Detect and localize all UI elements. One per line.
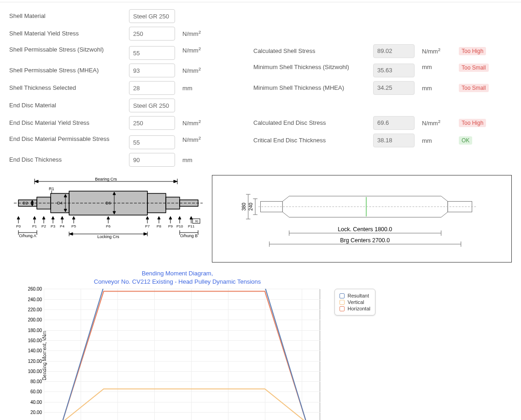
out-calc-shell: 89.02 <box>373 44 415 58</box>
svg-marker-82 <box>69 233 73 235</box>
input-shell-thick[interactable] <box>129 81 175 95</box>
label-shell-yield: Shell Material Yield Stress <box>9 30 129 38</box>
label-min-mhea: Minimum Shell Thickness (MHEA) <box>253 84 373 92</box>
label-end-perm: End Disc Material Permissable Stress <box>9 135 129 143</box>
svg-marker-39 <box>33 216 36 219</box>
svg-text:D4: D4 <box>57 201 63 205</box>
label-calc-end: Calculated End Disc Stress <box>253 119 373 127</box>
label-crit-end: Critical End Disc Thickness <box>253 137 373 145</box>
unit-end-thick: mm <box>182 157 210 163</box>
svg-text:P4: P4 <box>60 224 64 228</box>
unit-end-perm: N/mm2 <box>182 135 210 143</box>
svg-marker-63 <box>169 216 172 219</box>
unit-calc-shell: N/mm2 <box>422 47 450 55</box>
input-end-material[interactable] <box>129 99 175 112</box>
svg-marker-60 <box>158 216 160 219</box>
svg-text:P5: P5 <box>71 224 76 228</box>
svg-text:P3: P3 <box>51 224 55 228</box>
out-crit-end: 38.18 <box>373 134 415 147</box>
label-shell-thick: Shell Thickness Selected <box>9 84 129 92</box>
status-crit-end: OK <box>459 136 472 145</box>
unit-crit-end: mm <box>422 137 450 144</box>
unit-min-sitz: mm <box>422 64 450 70</box>
svg-text:P0: P0 <box>16 224 21 228</box>
label-shell-perm-sitz: Shell Permissable Stress (Sitzwohl) <box>9 46 129 54</box>
label-shell-material: Shell Material <box>9 12 129 20</box>
chart-legend: Resultant Vertical Horizontal <box>334 289 375 315</box>
unit-shell-perm-mhea: N/mm2 <box>182 66 210 74</box>
bending-moment-chart: Bending Moment, kNm 0.0020.0040.0060.008… <box>44 289 320 420</box>
input-shell-yield[interactable] <box>129 27 175 41</box>
unit-end-yield: N/mm2 <box>182 119 210 127</box>
input-shell-perm-mhea[interactable] <box>129 64 175 77</box>
svg-text:P9: P9 <box>168 224 173 228</box>
svg-text:P7: P7 <box>145 224 150 228</box>
svg-text:Brg Centers 2700.0: Brg Centers 2700.0 <box>340 237 390 244</box>
svg-marker-69 <box>190 216 193 219</box>
status-calc-shell: Too High <box>459 47 486 55</box>
label-end-yield: End Disc Material Yield Stress <box>9 119 129 127</box>
status-calc-end: Too High <box>459 119 486 127</box>
chart-title: Bending Moment Diagram,Conveyor No. CV21… <box>16 269 339 286</box>
unit-shell-yield: N/mm2 <box>182 29 210 37</box>
svg-text:R1: R1 <box>49 187 54 191</box>
svg-text:P2: P2 <box>41 224 46 228</box>
svg-text:O/hung A: O/hung A <box>19 233 36 238</box>
svg-text:P10: P10 <box>176 224 183 228</box>
svg-marker-45 <box>52 216 54 219</box>
unit-shell-thick: mm <box>182 85 210 92</box>
label-shell-perm-mhea: Shell Permissable Stress (MHEA) <box>9 67 129 75</box>
svg-text:P1: P1 <box>32 224 37 228</box>
svg-marker-54 <box>107 216 110 219</box>
input-end-perm[interactable] <box>129 135 175 149</box>
svg-marker-57 <box>146 216 149 219</box>
svg-marker-36 <box>17 216 20 219</box>
svg-marker-3 <box>35 180 38 183</box>
svg-marker-83 <box>144 233 147 235</box>
svg-text:O/hung B: O/hung B <box>180 233 198 238</box>
svg-text:P11: P11 <box>188 224 195 228</box>
svg-text:P8: P8 <box>157 224 161 228</box>
shaft-schematic-right: 380 240 Lock. Centers 1800.0 Brg Centers… <box>212 175 512 262</box>
svg-text:380: 380 <box>241 203 246 211</box>
svg-text:D2: D2 <box>23 201 28 205</box>
input-shell-material[interactable] <box>129 9 175 23</box>
out-calc-end: 69.6 <box>373 116 415 130</box>
svg-marker-4 <box>174 180 177 183</box>
svg-text:Locking Crs: Locking Crs <box>97 234 119 239</box>
status-min-mhea: Too Small <box>459 84 489 92</box>
svg-text:Lock. Centers 1800.0: Lock. Centers 1800.0 <box>338 226 392 233</box>
unit-min-mhea: mm <box>422 85 450 92</box>
svg-marker-66 <box>178 216 181 219</box>
label-end-material: End Disc Material <box>9 102 129 110</box>
out-min-mhea: 34.25 <box>373 81 415 95</box>
label-calc-shell: Calculated Shell Stress <box>253 47 373 55</box>
input-end-thick[interactable] <box>129 153 175 167</box>
svg-text:D6: D6 <box>105 201 111 205</box>
status-min-sitz: Too Small <box>459 64 489 72</box>
unit-shell-perm-sitz: N/mm2 <box>182 46 210 54</box>
svg-text:Bearing Crs: Bearing Crs <box>95 177 117 181</box>
svg-marker-51 <box>72 216 75 219</box>
shaft-schematic-left: Bearing Crs R1 D2 D4 D6 <box>9 175 203 239</box>
input-shell-perm-sitz[interactable] <box>129 46 175 60</box>
svg-marker-48 <box>61 216 64 219</box>
svg-text:240: 240 <box>248 203 253 211</box>
unit-calc-end: N/mm2 <box>422 119 450 127</box>
svg-text:Xi: Xi <box>195 219 198 223</box>
label-end-thick: End Disc Thickness <box>9 156 129 164</box>
label-min-sitz: Minimum Shell Thickness (Sitzwohl) <box>253 64 373 71</box>
svg-marker-42 <box>42 216 45 219</box>
out-min-sitz: 35.63 <box>373 64 415 77</box>
svg-text:P6: P6 <box>106 224 111 228</box>
input-end-yield[interactable] <box>129 116 175 130</box>
